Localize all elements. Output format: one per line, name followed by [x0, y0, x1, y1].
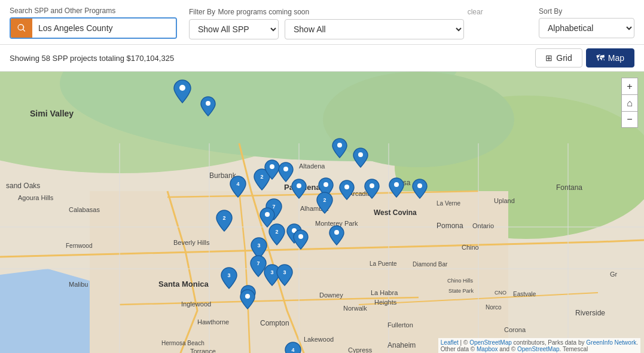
- map-controls: + ⌂ −: [621, 78, 638, 128]
- svg-text:4: 4: [291, 347, 294, 353]
- svg-text:Chino: Chino: [462, 244, 479, 251]
- svg-text:2: 2: [260, 174, 263, 180]
- svg-text:La Puente: La Puente: [370, 260, 397, 267]
- svg-text:Anaheim: Anaheim: [387, 341, 416, 349]
- svg-text:sand Oaks: sand Oaks: [6, 182, 40, 190]
- svg-text:Beverly Hills: Beverly Hills: [173, 239, 210, 246]
- zoom-out-button[interactable]: −: [621, 111, 638, 128]
- map-background: Simi Valley sand Oaks Agoura Hills Calab…: [0, 72, 644, 353]
- filter-labels: Filter By More programs coming soon clea…: [189, 6, 483, 17]
- mapbox-link[interactable]: Mapbox: [477, 346, 498, 352]
- home-button[interactable]: ⌂: [621, 94, 638, 111]
- svg-point-71: [394, 182, 399, 187]
- svg-point-80: [298, 234, 303, 239]
- map-container[interactable]: Simi Valley sand Oaks Agoura Hills Calab…: [0, 72, 644, 353]
- svg-point-70: [370, 183, 374, 188]
- filter-section: Filter By More programs coming soon clea…: [189, 6, 483, 39]
- svg-text:2: 2: [323, 197, 326, 203]
- svg-text:Simi Valley: Simi Valley: [30, 109, 74, 118]
- svg-text:Hermosa Beach: Hermosa Beach: [161, 340, 205, 346]
- view-buttons: ⊞ Grid 🗺 Map: [535, 48, 634, 67]
- svg-text:Fontana: Fontana: [556, 183, 582, 192]
- map-icon: 🗺: [596, 53, 605, 63]
- svg-text:Hawthorne: Hawthorne: [197, 318, 229, 326]
- grid-label: Grid: [556, 53, 572, 63]
- svg-point-68: [323, 182, 328, 187]
- svg-text:2: 2: [275, 229, 278, 235]
- svg-text:Calabasas: Calabasas: [69, 206, 100, 213]
- filter-row: Show All SPP Option 1 Show All Option A: [189, 19, 483, 39]
- osm-link-1[interactable]: OpenStreetMap: [469, 339, 512, 346]
- svg-text:Fernwood: Fernwood: [66, 243, 92, 249]
- svg-point-64: [283, 167, 288, 171]
- svg-point-5: [323, 72, 514, 167]
- sub-bar: Showing 58 SPP projects totaling $170,10…: [0, 45, 644, 72]
- svg-text:Gr: Gr: [610, 271, 618, 278]
- search-button[interactable]: [11, 19, 32, 38]
- svg-text:3: 3: [270, 269, 273, 275]
- svg-text:La Verne: La Verne: [437, 200, 460, 207]
- svg-text:7: 7: [272, 204, 275, 210]
- svg-text:Lakewood: Lakewood: [304, 336, 334, 343]
- svg-text:3: 3: [257, 243, 260, 248]
- greeninfo-link[interactable]: GreenInfo Network: [586, 339, 636, 346]
- svg-text:Compton: Compton: [260, 319, 289, 327]
- sort-select[interactable]: Alphabetical By Count By Size: [539, 18, 634, 38]
- top-bar: Search SPP and Other Programs Filter By …: [0, 0, 644, 45]
- svg-text:Norwalk: Norwalk: [343, 305, 367, 312]
- osm-link-2[interactable]: OpenStreetMap: [517, 346, 560, 352]
- svg-text:West Covina: West Covina: [374, 208, 417, 217]
- search-input[interactable]: [32, 19, 176, 38]
- svg-text:La Habra: La Habra: [371, 289, 398, 296]
- temescal-label: Temescal: [563, 346, 588, 352]
- svg-text:Malibu: Malibu: [69, 281, 88, 288]
- search-label: Search SPP and Other Programs: [10, 7, 177, 15]
- leaflet-link[interactable]: Leaflet: [441, 339, 459, 346]
- svg-text:7: 7: [257, 260, 260, 266]
- sort-label: Sort By: [539, 7, 634, 16]
- results-text: Showing 58 SPP projects totaling $170,10…: [10, 54, 174, 63]
- svg-text:3: 3: [227, 272, 230, 278]
- grid-view-button[interactable]: ⊞ Grid: [535, 48, 582, 67]
- svg-text:State Park: State Park: [448, 288, 474, 294]
- map-view-button[interactable]: 🗺 Map: [586, 48, 634, 67]
- svg-text:Inglewood: Inglewood: [181, 300, 211, 308]
- svg-point-67: [297, 183, 301, 188]
- svg-text:Santa Monica: Santa Monica: [158, 280, 209, 288]
- svg-text:Riverside: Riverside: [575, 309, 605, 317]
- svg-text:CNO: CNO: [495, 290, 506, 296]
- clear-link[interactable]: clear: [468, 8, 483, 16]
- map-pin[interactable]: 4: [285, 342, 301, 353]
- zoom-in-button[interactable]: +: [621, 78, 638, 94]
- svg-point-87: [245, 294, 250, 299]
- svg-text:Norco: Norco: [486, 304, 502, 311]
- svg-point-72: [417, 183, 422, 188]
- svg-text:3: 3: [283, 269, 286, 275]
- svg-point-60: [206, 101, 210, 106]
- search-section: Search SPP and Other Programs: [10, 7, 177, 39]
- map-label: Map: [608, 53, 624, 63]
- filter-sublabel: More programs coming soon: [218, 8, 309, 16]
- svg-text:2: 2: [222, 215, 225, 221]
- filter-all-select[interactable]: Show All Option A: [285, 19, 464, 39]
- svg-text:Pomona: Pomona: [437, 222, 463, 230]
- svg-text:Altadena: Altadena: [299, 162, 325, 170]
- filter-spp-select[interactable]: Show All SPP Option 1: [189, 19, 279, 39]
- svg-point-66: [358, 152, 363, 157]
- svg-text:Ontario: Ontario: [472, 222, 494, 229]
- svg-text:3: 3: [181, 85, 184, 91]
- search-box: [10, 17, 177, 39]
- grid-icon: ⊞: [545, 53, 553, 63]
- svg-text:Upland: Upland: [494, 197, 515, 204]
- sort-section: Sort By Alphabetical By Count By Size: [539, 7, 634, 38]
- svg-point-81: [334, 230, 339, 235]
- svg-text:Chino Hills: Chino Hills: [447, 278, 474, 284]
- svg-text:Heights: Heights: [374, 299, 397, 306]
- svg-text:Diamond Bar: Diamond Bar: [413, 261, 448, 268]
- filter-by-label: Filter By: [189, 8, 215, 16]
- svg-text:Agoura Hills: Agoura Hills: [18, 194, 54, 201]
- svg-text:Torrance: Torrance: [190, 348, 216, 353]
- svg-point-65: [337, 143, 342, 148]
- svg-text:Eastvale: Eastvale: [513, 291, 536, 297]
- svg-text:Downey: Downey: [319, 291, 343, 299]
